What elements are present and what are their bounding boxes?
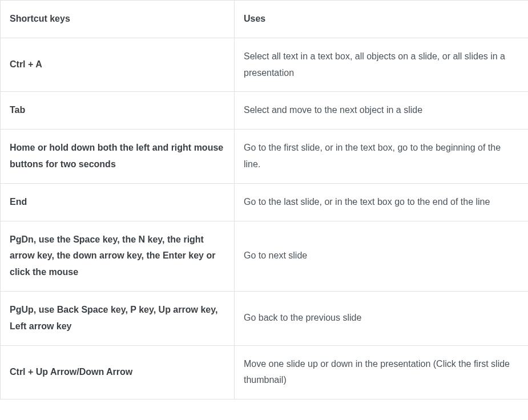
shortcuts-table: Shortcut keys Uses Ctrl + A Select all t… [0,0,528,399]
table-row: Ctrl + A Select all text in a text box, … [1,38,529,92]
shortcut-cell: Home or hold down both the left and righ… [1,130,235,184]
table-row: Ctrl + Up Arrow/Down Arrow Move one slid… [1,345,529,399]
header-shortcut: Shortcut keys [1,1,235,38]
shortcut-cell: PgUp, use Back Space key, P key, Up arro… [1,291,235,345]
uses-cell: Move one slide up or down in the present… [235,345,529,399]
table-row: PgUp, use Back Space key, P key, Up arro… [1,291,529,345]
shortcut-cell: PgDn, use the Space key, the N key, the … [1,221,235,291]
table-row: Tab Select and move to the next object i… [1,92,529,130]
uses-cell: Go back to the previous slide [235,291,529,345]
uses-cell: Select all text in a text box, all objec… [235,38,529,92]
shortcut-cell: Tab [1,92,235,130]
uses-cell: Go to the last slide, or in the text box… [235,183,529,221]
table-header-row: Shortcut keys Uses [1,1,529,38]
uses-cell: Go to the first slide, or in the text bo… [235,130,529,184]
table-row: PgDn, use the Space key, the N key, the … [1,221,529,291]
uses-cell: Select and move to the next object in a … [235,92,529,130]
shortcut-cell: Ctrl + Up Arrow/Down Arrow [1,345,235,399]
table-row: Home or hold down both the left and righ… [1,130,529,184]
shortcut-cell: Ctrl + A [1,38,235,92]
header-uses: Uses [235,1,529,38]
uses-cell: Go to next slide [235,221,529,291]
table-row: End Go to the last slide, or in the text… [1,183,529,221]
shortcut-cell: End [1,183,235,221]
